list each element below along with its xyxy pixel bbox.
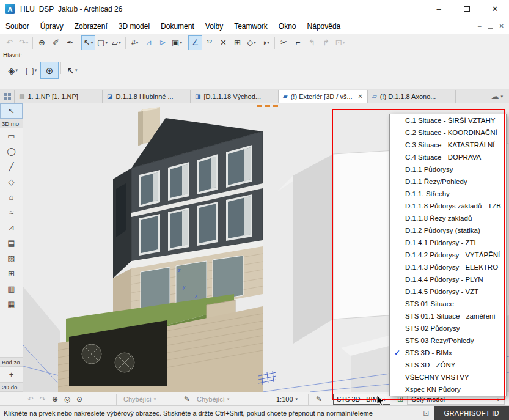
close-button[interactable]: ✕ [481, 0, 509, 18]
menu-3d-model[interactable]: 3D model [113, 18, 155, 34]
pie-tool-button[interactable]: ◑▾ [258, 35, 273, 50]
pick-parameters-button[interactable]: ✐ [49, 35, 63, 50]
pen-set-icon[interactable]: ✎ [181, 392, 193, 406]
dropdown-arrow-icon[interactable]: ▾ [105, 40, 108, 45]
layer-combination-item[interactable]: ✓STS 3D - BIMx [390, 347, 506, 359]
toolbox-section-label[interactable]: 2D do [0, 382, 23, 392]
zoom-fit-button[interactable]: ⊕ [35, 35, 49, 50]
drag-handle-marks[interactable] [257, 105, 278, 107]
layer-combination-item[interactable]: C.3 Situace - KATASTRÁLNÍ [390, 139, 506, 151]
adjust-button[interactable]: ⌐ [291, 35, 305, 50]
menu-dokument[interactable]: Dokument [155, 18, 200, 34]
doc-restore-button[interactable] [488, 24, 493, 29]
dropdown-arrow-icon[interactable]: ▾ [267, 40, 269, 45]
dropdown-arrow-icon[interactable]: ▾ [35, 68, 37, 73]
inject-parameters-button[interactable]: ✒ [63, 35, 77, 50]
ramp-tool[interactable]: ⊿ [0, 220, 23, 235]
layer-combination-item[interactable]: D.1.1.8 Řezy základů [390, 212, 506, 224]
marker-tool[interactable]: ▭ [0, 128, 23, 144]
circle-tool[interactable]: ◯ [0, 144, 23, 159]
layer-combination-item[interactable]: Xspec KN Půdory [390, 383, 506, 396]
roof-tool[interactable]: ⌂ [0, 190, 23, 205]
view-back-button[interactable]: ↶ [24, 395, 37, 403]
layer-combination-item[interactable]: STS 03 Řezy/Pohledy [390, 334, 506, 347]
menu-zobrazen-[interactable]: Zobrazení [69, 18, 113, 34]
graphisoft-id-badge[interactable]: GRAPHISOFT ID [434, 406, 509, 420]
dimension-style-dropdown[interactable]: Chybějící ▾ [197, 392, 229, 406]
mesh-tool[interactable]: ▨ [0, 251, 23, 266]
grid-tool-button[interactable]: ⊞ [230, 35, 244, 50]
dropdown-arrow-icon[interactable]: ▾ [254, 40, 256, 45]
dropdown-arrow-icon[interactable]: ▾ [180, 40, 182, 45]
tab-close-icon[interactable]: ✕ [358, 93, 363, 100]
wall-tool[interactable]: ▦ [0, 297, 23, 312]
line-tool[interactable]: ╱ [0, 159, 23, 174]
undo-button[interactable]: ↶ [2, 35, 16, 50]
delete-button[interactable]: ✕ [216, 35, 230, 50]
arrow-tool-button[interactable]: ↖▾ [81, 35, 95, 50]
layer-combination-item[interactable]: C.2 Situace - KOORDINAČNÍ [390, 127, 506, 139]
doc-close-button[interactable]: ✕ [499, 23, 504, 29]
menu-n-pov-da[interactable]: Nápověda [302, 18, 346, 34]
layer-combination-item[interactable]: C.1 Situace - ŠIRŠÍ VZTAHY [390, 114, 506, 127]
favorites-button[interactable]: ◈▾ [4, 62, 22, 79]
redo-button[interactable]: ↷▾ [16, 35, 31, 50]
guide-lines-button[interactable]: ⊿ [142, 35, 156, 50]
menu-volby[interactable]: Volby [200, 18, 229, 34]
tab-item[interactable]: ◨[D.1.1.18 Východ... [191, 90, 279, 103]
layer-combination-item[interactable]: D.1.4.5 Půdorysy - VZT [390, 286, 506, 298]
spline-tool[interactable]: ≈ [0, 205, 23, 220]
diamond-tool-button[interactable]: ◇▾ [244, 35, 258, 50]
column-tool[interactable]: ▥ [0, 281, 23, 297]
scale-dropdown[interactable]: 1:100 ▾ [276, 392, 298, 406]
dropdown-arrow-icon[interactable]: ▾ [343, 40, 345, 45]
tab-overview-button[interactable] [0, 90, 15, 103]
renovation-filter-dropdown[interactable]: Chybějící ▾ [123, 392, 156, 406]
layer-combination-item[interactable]: STS 01.1 Situace - zaměření [390, 310, 506, 322]
layer-combination-item[interactable]: D.1.4.3 Půdorysy - ELEKTRO [390, 261, 506, 273]
menu-soubor[interactable]: Soubor [0, 18, 35, 34]
element-snap-button[interactable]: ∠ [188, 35, 202, 50]
layer-combination-item[interactable]: STS 01 Situace [390, 298, 506, 310]
menu-teamwork[interactable]: Teamwork [229, 18, 273, 34]
toolbox-section-label[interactable]: 3D mo [0, 119, 23, 128]
dimension-button[interactable]: ¹² [202, 35, 216, 50]
marquee-button[interactable]: ▢▾ [22, 62, 40, 79]
menu-okno[interactable]: Okno [273, 18, 302, 34]
zoom-button[interactable]: ⊕ [49, 395, 61, 403]
layer-combination-item[interactable]: D.1.1 Půdorysy [390, 163, 506, 175]
extend-button[interactable]: ↱ [319, 35, 333, 50]
pen-icon[interactable]: ✎ [313, 392, 325, 406]
dropdown-arrow-icon[interactable]: ▾ [16, 68, 18, 73]
layer-combination-item[interactable]: D.1.4.4 Půdorysy - PLYN [390, 273, 506, 286]
polygon-tool[interactable]: ◇ [0, 174, 23, 190]
explore-button[interactable]: ⊙ [73, 395, 86, 403]
maximize-button[interactable] [453, 0, 481, 18]
cube-view-button[interactable]: ▣▾ [170, 35, 184, 50]
layer-combination-item[interactable]: D.1.1. Střechy [390, 188, 506, 200]
tab-item[interactable]: ▱(!) D.1.1.8 Axono... [368, 90, 456, 103]
dropdown-arrow-icon[interactable]: ▾ [119, 40, 121, 45]
toolbox-section-label[interactable]: Bod zo [0, 357, 23, 367]
box-select-button[interactable]: ⊡▾ [333, 35, 347, 50]
layer-combination-item[interactable]: D.1.1.8 Půdorys základů - TZB [390, 200, 506, 212]
layer-combination-item[interactable]: D.1.4.2 Půdorysy - VYTÁPĚNÍ [390, 249, 506, 261]
split-button[interactable]: ✂ [277, 35, 291, 50]
dropdown-arrow-icon[interactable]: ▾ [75, 68, 78, 73]
layer-combination-item[interactable]: STS 3D - ZÓNY [390, 359, 506, 371]
doc-minimize-button[interactable]: – [478, 23, 482, 29]
layer-combination-button[interactable]: STS 3D - BIMx ▸ [333, 394, 390, 405]
pan-button[interactable]: ⊛ [40, 62, 59, 79]
layer-combination-item[interactable]: C.4 Situace - DOPRAVA [390, 151, 506, 163]
dropdown-arrow-icon[interactable]: ▾ [91, 40, 93, 45]
layer-combination-item[interactable]: D.1.1 Řezy/Pohledy [390, 175, 506, 188]
transform-button[interactable]: ▱▾ [109, 35, 123, 50]
layer-combination-item[interactable]: VŠECHNY VRSTVY [390, 371, 506, 383]
tab-active[interactable]: ▰(!) Exteriér [3D / vš...✕ [279, 90, 368, 103]
dropdown-arrow-icon[interactable]: ▾ [26, 40, 29, 45]
marquee-tool-button[interactable]: ▢▾ [95, 35, 109, 50]
grid-snap-button[interactable]: #▾ [128, 35, 142, 50]
dropdown-arrow-icon[interactable]: ▾ [136, 40, 139, 45]
layer-combination-item[interactable]: D.1.2 Půdorysy (statika) [390, 224, 506, 237]
layer-combination-item[interactable]: STS 02 Půdorysy [390, 322, 506, 334]
